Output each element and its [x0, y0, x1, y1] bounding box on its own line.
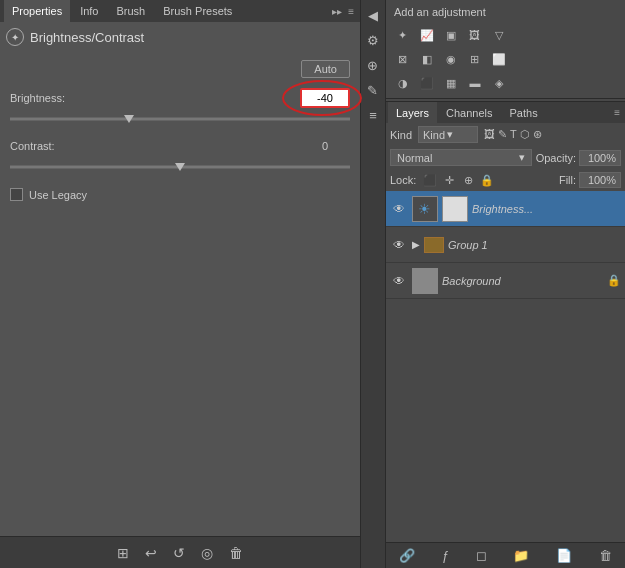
new-layer-button[interactable]: 📄 [552, 546, 576, 565]
brightness-slider-track[interactable] [10, 112, 350, 126]
kind-dropdown[interactable]: Kind ▾ [418, 126, 478, 143]
blend-mode-arrow: ▾ [519, 151, 525, 164]
lock-icons: ⬛ ✛ ⊕ 🔒 [422, 172, 495, 188]
fill-section: Fill: 100% [559, 172, 621, 188]
kind-dropdown-arrow: ▾ [447, 128, 453, 141]
opacity-value[interactable]: 100% [579, 150, 621, 166]
group-arrow-icon[interactable]: ▶ [412, 239, 420, 250]
layer-item-group1[interactable]: 👁 ▶ Group 1 [386, 227, 625, 263]
adj-icon-hsl[interactable]: ▽ [488, 24, 510, 46]
brightness-thumb[interactable] [124, 115, 134, 123]
visibility-button[interactable]: ◎ [197, 543, 217, 563]
tab-layers[interactable]: Layers [388, 102, 437, 123]
vt-btn-3[interactable]: ✎ [362, 79, 384, 101]
add-mask-button[interactable]: ◻ [472, 546, 491, 565]
panel-title: Brightness/Contrast [30, 30, 144, 45]
adj-icon-gradient[interactable]: ▬ [464, 72, 486, 94]
fill-value[interactable]: 100% [579, 172, 621, 188]
vt-btn-1[interactable]: ⚙ [362, 29, 384, 51]
adj-icon-phfilter[interactable]: ◉ [440, 48, 462, 70]
brightness-thumb-icon [412, 196, 438, 222]
adj-icon-invert[interactable]: ◑ [392, 72, 414, 94]
tab-channels[interactable]: Channels [438, 102, 500, 123]
kind-smart-icon[interactable]: ⊛ [533, 128, 542, 141]
new-group-button[interactable]: 📁 [509, 546, 533, 565]
lock-label: Lock: [390, 174, 416, 186]
auto-button[interactable]: Auto [301, 60, 350, 78]
right-panel: Add an adjustment ✦ 📈 ▣ 🖼 ▽ ⊠ ◧ ◉ ⊞ ⬜ ◑ … [385, 0, 625, 568]
layer-list: 👁 Brightness... 👁 ▶ Group 1 👁 Background… [386, 191, 625, 542]
brightness-value-box[interactable]: -40 [300, 88, 350, 108]
opacity-label: Opacity: [536, 152, 576, 164]
delete-button[interactable]: 🗑 [225, 543, 247, 563]
panel-menu-icon[interactable]: ≡ [346, 6, 356, 17]
link-layers-button[interactable]: 🔗 [395, 546, 419, 565]
adj-icon-vibrance[interactable]: 🖼 [464, 24, 486, 46]
reset-button[interactable]: ↩ [141, 543, 161, 563]
blend-mode-dropdown[interactable]: Normal ▾ [390, 149, 532, 166]
contrast-slider-track[interactable] [10, 160, 350, 174]
lock-all-icon[interactable]: 🔒 [479, 172, 495, 188]
adj-icon-row-2: ⊠ ◧ ◉ ⊞ ⬜ [392, 48, 619, 70]
adj-icon-selectcolor[interactable]: ◈ [488, 72, 510, 94]
adj-icon-posterize[interactable]: ⬛ [416, 72, 438, 94]
tab-info[interactable]: Info [72, 0, 106, 22]
lock-row: Lock: ⬛ ✛ ⊕ 🔒 Fill: 100% [386, 169, 625, 191]
adj-icon-colorlookup[interactable]: ⬜ [488, 48, 510, 70]
undo-button[interactable]: ↺ [169, 543, 189, 563]
folder-icon [424, 237, 444, 253]
tab-expanders: ▸▸ ≡ [330, 6, 356, 17]
adj-icon-colbal[interactable]: ⊠ [392, 48, 414, 70]
layer-item-background[interactable]: 👁 Background 🔒 [386, 263, 625, 299]
contrast-thumb[interactable] [175, 163, 185, 171]
use-legacy-checkbox[interactable] [10, 188, 23, 201]
tab-properties[interactable]: Properties [4, 0, 70, 22]
kind-adjust-icon[interactable]: ✎ [498, 128, 507, 141]
tab-brush[interactable]: Brush [109, 0, 154, 22]
collapse-left-icon[interactable]: ◀ [362, 4, 384, 26]
brightness-track-bg [10, 118, 350, 121]
lock-artboard-icon[interactable]: ⊕ [460, 172, 476, 188]
layer-eye-background[interactable]: 👁 [390, 272, 408, 290]
adj-icon-channelmix[interactable]: ⊞ [464, 48, 486, 70]
legacy-row: Use Legacy [10, 188, 350, 201]
kind-shape-icon[interactable]: ⬡ [520, 128, 530, 141]
adj-icon-bw[interactable]: ◧ [416, 48, 438, 70]
kind-type-icon[interactable]: T [510, 128, 517, 141]
layer-eye-group1[interactable]: 👁 [390, 236, 408, 254]
layer-item-brightness[interactable]: 👁 Brightness... [386, 191, 625, 227]
add-style-button[interactable]: ƒ [438, 546, 453, 565]
divider-1 [386, 98, 625, 99]
fill-label: Fill: [559, 174, 576, 186]
kind-label: Kind [390, 129, 412, 141]
lock-move-icon[interactable]: ✛ [441, 172, 457, 188]
layers-tab-bar: Layers Channels Paths ≡ [386, 101, 625, 123]
layers-bottom-toolbar: 🔗 ƒ ◻ 📁 📄 🗑 [386, 542, 625, 568]
lock-pixels-icon[interactable]: ⬛ [422, 172, 438, 188]
panel-title-row: ✦ Brightness/Contrast [0, 22, 360, 52]
use-legacy-label: Use Legacy [29, 189, 87, 201]
layers-panel-expand[interactable]: ≡ [611, 107, 623, 118]
layer-eye-brightness[interactable]: 👁 [390, 200, 408, 218]
vt-btn-2[interactable]: ⊕ [362, 54, 384, 76]
adj-icon-curves[interactable]: 📈 [416, 24, 438, 46]
adj-icon-brightness[interactable]: ✦ [392, 24, 414, 46]
vt-btn-4[interactable]: ≡ [362, 104, 384, 126]
left-panel: Properties Info Brush Brush Presets ▸▸ ≡… [0, 0, 360, 568]
delete-layer-button[interactable]: 🗑 [595, 546, 616, 565]
brightness-thumb-mask [442, 196, 468, 222]
adj-icon-row-3: ◑ ⬛ ▦ ▬ ◈ [392, 72, 619, 94]
left-bottom-toolbar: ⊞ ↩ ↺ ◎ 🗑 [0, 536, 360, 568]
clip-layer-button[interactable]: ⊞ [113, 543, 133, 563]
brightness-label-row: Brightness: -40 [10, 88, 350, 108]
auto-row: Auto [10, 60, 350, 78]
adj-icon-threshold[interactable]: ▦ [440, 72, 462, 94]
collapse-expand-icon[interactable]: ▸▸ [330, 6, 344, 17]
adj-icon-exposure[interactable]: ▣ [440, 24, 462, 46]
group1-layer-name: Group 1 [448, 239, 621, 251]
tab-brush-presets[interactable]: Brush Presets [155, 0, 240, 22]
contrast-value-box[interactable]: 0 [300, 136, 350, 156]
background-thumb [412, 268, 438, 294]
tab-paths[interactable]: Paths [502, 102, 546, 123]
kind-pixel-icon[interactable]: 🖼 [484, 128, 495, 141]
